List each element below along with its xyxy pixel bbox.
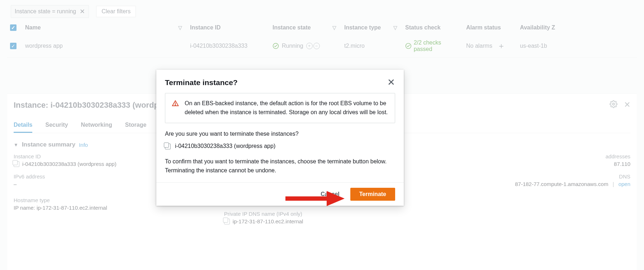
gear-icon[interactable] (610, 100, 617, 110)
col-alarm-status[interactable]: Alarm status (463, 21, 517, 34)
warning-box: On an EBS-backed instance, the default a… (165, 93, 395, 123)
col-name[interactable]: Name (25, 24, 41, 31)
modal-note: To confirm that you want to terminate th… (165, 157, 395, 175)
close-modal-icon[interactable]: ✕ (387, 77, 395, 88)
cell-instance-state: Running (282, 43, 303, 49)
status-check-icon (405, 43, 412, 49)
clear-filters-button[interactable]: Clear filters (96, 6, 136, 17)
sort-caret-icon[interactable]: ▽ (332, 25, 336, 31)
col-instance-id[interactable]: Instance ID (187, 21, 270, 34)
svg-point-2 (612, 103, 615, 105)
warning-text: On an EBS-backed instance, the default a… (185, 99, 388, 117)
svg-point-4 (175, 104, 176, 105)
running-check-icon (273, 43, 279, 49)
tab-details[interactable]: Details (14, 118, 32, 133)
modal-instance-line: i-04210b3030238a333 (wordpress app) (175, 142, 275, 151)
value-public-dns-tail: 87-182-77.compute-1.amazonaws.com (515, 181, 608, 187)
zoom-in-icon[interactable]: + (306, 43, 313, 49)
sort-caret-icon[interactable]: ▽ (178, 25, 182, 31)
info-link[interactable]: Info (79, 142, 88, 148)
tab-storage[interactable]: Storage (125, 118, 147, 133)
cell-instance-id: i-04210b3030238a333 (187, 34, 270, 58)
section-title-text: Instance summary (22, 141, 75, 148)
zoom-out-icon[interactable]: − (313, 43, 320, 49)
pipe-separator: | (611, 181, 615, 187)
select-all-checkbox[interactable]: ✓ (10, 24, 16, 31)
sort-caret-icon[interactable]: ▽ (393, 25, 397, 31)
collapse-caret-icon[interactable]: ▼ (14, 142, 18, 148)
filter-chip-instance-state[interactable]: Instance state = running ✕ (11, 5, 89, 18)
add-alarm-icon[interactable]: ＋ (497, 41, 505, 51)
label-private-dns: Private IP DNS name (IPv4 only) (224, 211, 420, 217)
close-panel-icon[interactable]: ✕ (624, 100, 630, 110)
filter-chip-label: Instance state = running (15, 8, 76, 15)
cell-instance-type: t2.micro (341, 34, 402, 58)
table-row[interactable]: ✓ wordpress app i-04210b3030238a333 Runn… (7, 34, 637, 58)
col-instance-type[interactable]: Instance type (344, 24, 381, 31)
label-public-dns-tail: DNS (619, 173, 630, 180)
cell-status-check: 2/2 checks passed (414, 39, 460, 52)
cell-availability-zone: us-east-1b (517, 34, 637, 58)
value-instance-id: i-04210b3030238a333 (wordpress app) (22, 161, 117, 167)
label-public-ip-tail: addresses (606, 153, 630, 159)
confirm-question: Are you sure you want to terminate these… (165, 130, 395, 139)
cell-name: wordpress app (22, 34, 187, 58)
zoom-icons[interactable]: + − (306, 43, 320, 49)
table-header-row: ✓ Name ▽ Instance ID Instance state ▽ In… (7, 21, 637, 34)
copy-icon[interactable] (224, 219, 230, 224)
row-checkbox[interactable]: ✓ (10, 43, 16, 49)
col-instance-state[interactable]: Instance state (273, 24, 311, 31)
tab-networking[interactable]: Networking (81, 118, 112, 133)
col-status-check[interactable]: Status check (402, 21, 463, 34)
terminate-instance-modal: Terminate instance? ✕ On an EBS-backed i… (156, 70, 404, 206)
tab-security[interactable]: Security (45, 118, 68, 133)
copy-icon[interactable] (165, 144, 171, 149)
copy-icon[interactable] (14, 161, 19, 167)
value-private-dns: ip-172-31-87-110.ec2.internal (233, 218, 303, 224)
warning-triangle-icon (172, 100, 179, 107)
open-address-link[interactable]: open (619, 181, 630, 187)
cancel-button[interactable]: Cancel (315, 188, 345, 200)
cell-alarm-status: No alarms (466, 43, 492, 49)
value-public-ip-tail: 87.110 (614, 161, 630, 167)
instances-table: ✓ Name ▽ Instance ID Instance state ▽ In… (7, 21, 637, 58)
remove-filter-icon[interactable]: ✕ (80, 8, 85, 15)
terminate-button[interactable]: Terminate (350, 188, 395, 201)
col-availability-zone[interactable]: Availability Z (517, 21, 637, 34)
modal-title: Terminate instance? (165, 78, 238, 87)
